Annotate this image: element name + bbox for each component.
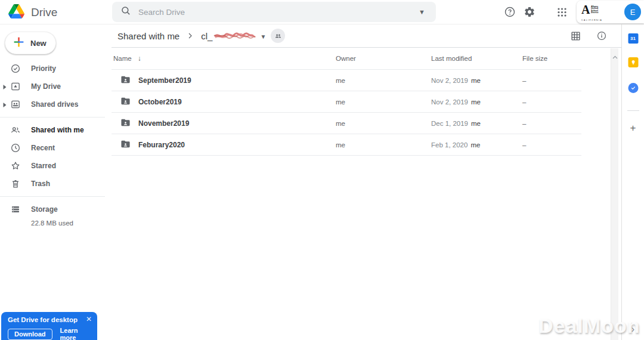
size-cell: – [522,98,581,106]
sidebar-item-trash[interactable]: Trash [0,175,112,193]
vertical-scrollbar[interactable] [611,48,618,340]
storage-icon [10,204,21,215]
priority-icon [10,63,21,74]
org-monogram: A [581,4,590,16]
search-icon [120,5,131,18]
file-name: October2019 [138,98,182,106]
folder-menu-caret-icon[interactable]: ▼ [260,33,266,40]
shared-folder-people-badge [271,29,285,43]
shared-folder-icon [120,96,131,108]
table-row[interactable]: October2019 me Nov 2, 2019me – [112,91,581,113]
sidebar-item-label: Recent [31,144,55,152]
column-header-modified[interactable]: Last modified [431,55,522,62]
account-avatar[interactable]: E [624,4,641,20]
table-row[interactable]: September2019 me Nov 2, 2019me – [112,70,581,91]
sidebar-item-label: Shared drives [31,100,78,109]
left-sidebar: New Priority My Drive [0,24,112,340]
keep-icon[interactable] [628,57,638,67]
tasks-icon[interactable] [628,83,638,93]
divider [0,196,105,197]
sidebar-item-label: My Drive [31,82,61,91]
owner-cell: me [336,77,431,84]
sidebar-item-storage[interactable]: Storage [0,200,112,218]
owner-cell: me [336,120,431,127]
modified-cell: Nov 2, 2019me [431,77,522,84]
breadcrumb: Shared with me cl_ ▼ [117,24,285,47]
sidebar-item-shared-drives[interactable]: Shared drives [0,95,112,113]
modified-cell: Feb 1, 2020me [431,141,522,149]
new-button-label: New [30,39,47,48]
file-name: September2019 [138,76,191,85]
multicolor-plus-icon [13,36,25,50]
expand-caret-icon[interactable] [2,84,7,89]
column-header-owner[interactable]: Owner [336,55,431,62]
organization-pill: A Albany Unified School District CALIFOR… [577,1,644,23]
google-apps-grid-button[interactable] [555,5,569,19]
size-cell: – [522,77,581,84]
trash-icon [10,178,21,189]
scroll-up-arrow-icon[interactable] [612,51,618,61]
new-button[interactable]: New [5,32,56,54]
view-controls [569,24,608,47]
drive-logo[interactable]: Drive [8,4,57,21]
search-bar[interactable]: ▼ [112,2,436,22]
file-name: November2019 [138,119,189,128]
download-button[interactable]: Download [8,329,52,340]
side-apps-panel: 31 + [621,24,644,340]
search-input[interactable] [138,8,409,17]
sidebar-item-priority[interactable]: Priority [0,60,112,78]
breadcrumb-current-prefix[interactable]: cl_ [201,31,212,41]
table-row[interactable]: November2019 me Dec 1, 2019me – [112,113,581,134]
close-icon[interactable]: ✕ [86,316,92,323]
star-icon [10,160,21,171]
sidebar-nav: Priority My Drive Shared drives [0,60,112,227]
file-list-header: Name ↓ Owner Last modified File size [112,48,581,70]
divider [0,117,105,118]
column-header-size[interactable]: File size [522,55,581,62]
modified-cell: Nov 2, 2019me [431,98,522,106]
redaction-scribble [213,31,256,42]
add-addon-plus-button[interactable]: + [630,123,636,133]
storage-used-text: 22.8 MB used [0,220,112,227]
top-header: Drive ▼ A Albany Unified School District [0,0,644,24]
sidebar-item-label: Starred [31,162,56,170]
calendar-icon[interactable]: 31 [628,33,638,44]
shared-folder-icon [120,75,131,86]
app-title: Drive [31,6,57,19]
modified-cell: Dec 1, 2019me [431,120,522,127]
drive-desktop-banner: Get Drive for desktop ✕ Download Learn m… [1,312,97,340]
chevron-right-icon [185,31,195,41]
sidebar-item-my-drive[interactable]: My Drive [0,78,112,95]
org-region-text: CALIFORNIA [581,19,620,21]
sidebar-item-label: Trash [31,180,50,188]
breadcrumb-root[interactable]: Shared with me [117,31,179,41]
org-name-text: Albany Unified School District [591,5,603,13]
owner-cell: me [336,98,431,106]
collapse-panel-chevron[interactable]: › [631,324,634,335]
owner-cell: me [336,141,431,149]
sidebar-item-shared-with-me[interactable]: Shared with me [0,121,112,139]
search-options-caret-icon[interactable]: ▼ [416,6,428,18]
toolbar: Shared with me cl_ ▼ [112,24,621,48]
details-info-button[interactable] [595,29,608,42]
column-header-name[interactable]: Name ↓ [112,54,336,63]
drive-triangle-icon [8,4,24,21]
sort-descending-icon[interactable]: ↓ [138,54,141,63]
my-drive-icon [10,81,21,92]
divider [627,110,639,111]
expand-caret-icon[interactable] [2,101,7,107]
help-button[interactable] [503,5,517,19]
file-list: Name ↓ Owner Last modified File size Sep… [112,48,581,156]
grid-view-button[interactable] [569,29,582,42]
settings-gear-button[interactable] [522,5,537,19]
sidebar-item-starred[interactable]: Starred [0,157,112,175]
sidebar-item-recent[interactable]: Recent [0,139,112,157]
shared-with-me-icon [10,125,21,135]
organization-logo[interactable]: A Albany Unified School District CALIFOR… [581,0,620,24]
banner-title: Get Drive for desktop [8,316,91,323]
shared-drives-icon [10,99,21,110]
shared-folder-icon [120,118,131,129]
table-row[interactable]: Feburary2020 me Feb 1, 2020me – [112,134,581,156]
google-drive-app: Drive ▼ A Albany Unified School District [0,0,644,340]
learn-more-button[interactable]: Learn more [60,327,91,340]
